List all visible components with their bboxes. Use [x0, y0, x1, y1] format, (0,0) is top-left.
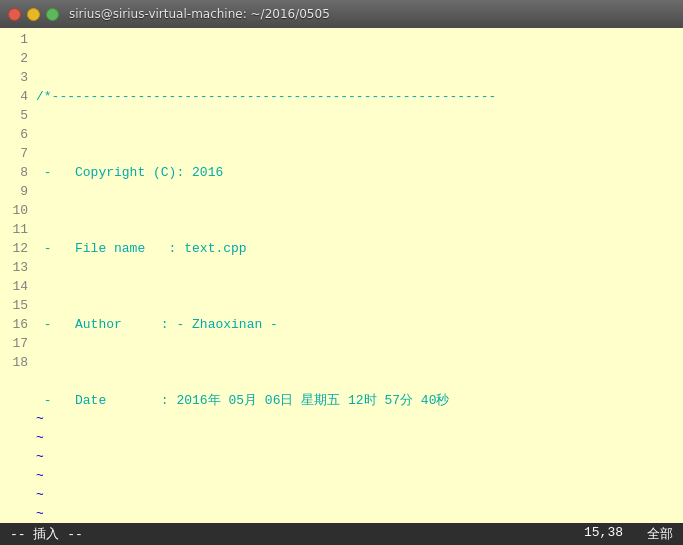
line-num-18: 18 [4, 353, 28, 372]
line-num-9: 9 [4, 182, 28, 201]
line-numbers: 1 2 3 4 5 6 7 8 9 10 11 12 13 14 15 16 1… [0, 30, 32, 407]
tilde-area: ~ ~ ~ ~ ~ ~ [0, 409, 683, 523]
line-num-13: 13 [4, 258, 28, 277]
line-num-3: 3 [4, 68, 28, 87]
titlebar: sirius@sirius-virtual-machine: ~/2016/05… [0, 0, 683, 28]
minimize-button[interactable] [27, 8, 40, 21]
statusbar: -- 插入 -- 15,38 全部 [0, 523, 683, 545]
tilde-5: ~ [36, 485, 683, 504]
line-num-12: 12 [4, 239, 28, 258]
line-num-17: 17 [4, 334, 28, 353]
status-left: -- 插入 -- [10, 525, 83, 543]
line-num-5: 5 [4, 106, 28, 125]
line-num-2: 2 [4, 49, 28, 68]
line-num-1: 1 [4, 30, 28, 49]
tilde-3: ~ [36, 447, 683, 466]
window-title: sirius@sirius-virtual-machine: ~/2016/05… [69, 7, 330, 21]
code-line-5: - Date : 2016年 05月 06日 星期五 12时 57分 40秒 [36, 391, 679, 407]
line-num-15: 15 [4, 296, 28, 315]
tilde-2: ~ [36, 428, 683, 447]
line-num-16: 16 [4, 315, 28, 334]
code-line-3: - File name : text.cpp [36, 239, 679, 258]
code-container: 1 2 3 4 5 6 7 8 9 10 11 12 13 14 15 16 1… [0, 28, 683, 409]
scroll-position: 全部 [647, 525, 673, 543]
line-num-8: 8 [4, 163, 28, 182]
line-num-11: 11 [4, 220, 28, 239]
code-content: /*--------------------------------------… [32, 30, 683, 407]
tilde-6: ~ [36, 504, 683, 523]
line-num-4: 4 [4, 87, 28, 106]
line-num-6: 6 [4, 125, 28, 144]
terminal-window: sirius@sirius-virtual-machine: ~/2016/05… [0, 0, 683, 545]
code-line-4: - Author : - Zhaoxinan - [36, 315, 679, 334]
cursor-position: 15,38 [584, 525, 623, 543]
tilde-4: ~ [36, 466, 683, 485]
tilde-1: ~ [36, 409, 683, 428]
line-num-14: 14 [4, 277, 28, 296]
editor-area[interactable]: 1 2 3 4 5 6 7 8 9 10 11 12 13 14 15 16 1… [0, 28, 683, 523]
line-num-7: 7 [4, 144, 28, 163]
maximize-button[interactable] [46, 8, 59, 21]
line-num-10: 10 [4, 201, 28, 220]
code-line-2: - Copyright (C): 2016 [36, 163, 679, 182]
status-right: 15,38 全部 [584, 525, 673, 543]
code-line-1: /*--------------------------------------… [36, 87, 679, 106]
editor-mode: -- 插入 -- [10, 525, 83, 543]
close-button[interactable] [8, 8, 21, 21]
